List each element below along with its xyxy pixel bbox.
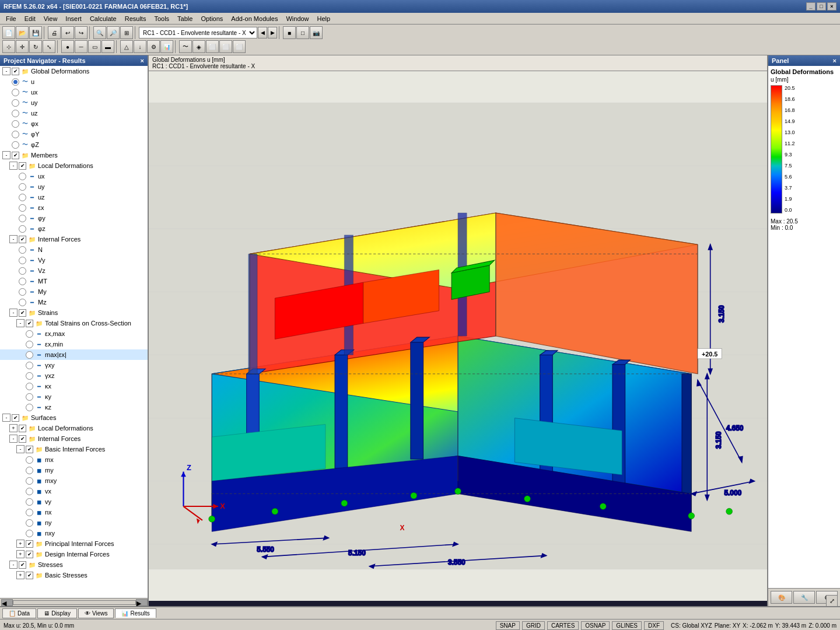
tree-s-kz[interactable]: ━ κz (0, 402, 148, 412)
tab-results[interactable]: 📊 Results (115, 608, 156, 618)
tree-s-my[interactable]: ◼ my (0, 465, 148, 475)
tb-isometric[interactable]: ◈ (192, 40, 205, 53)
menu-edit[interactable]: Edit (21, 14, 39, 23)
tree-surf-int-forces[interactable]: - ✔ 📁 Internal Forces (0, 433, 148, 444)
expand-total-strains[interactable]: - (16, 319, 24, 327)
tree-m-MT[interactable]: ━ MT (0, 276, 148, 286)
tree-m-ez[interactable]: ━ φz (0, 223, 148, 234)
tree-m-N[interactable]: ━ N (0, 244, 148, 255)
expand-basic-int-forces[interactable]: - (16, 445, 24, 453)
tree-strains[interactable]: - ✔ 📁 Strains (0, 307, 148, 318)
tree-members[interactable]: - ✔ 📁 Members (0, 150, 148, 160)
tb-render[interactable]: ■ (283, 26, 296, 39)
check-surf-local-def[interactable]: ✔ (19, 425, 26, 432)
tree-s-nxy[interactable]: ◼ nxy (0, 528, 148, 538)
tb-calc[interactable]: ⚙ (147, 40, 160, 53)
tb-select[interactable]: ⊹ (2, 40, 15, 53)
combo-next[interactable]: ▶ (268, 27, 277, 38)
status-cartes[interactable]: CARTES (547, 621, 579, 630)
expand-surf-local-def[interactable]: + (9, 424, 18, 432)
tb-print[interactable]: 🖨 (48, 26, 61, 39)
tb-new[interactable]: 📄 (2, 26, 15, 39)
tree-m-ex[interactable]: ━ εx (0, 202, 148, 213)
tb-node[interactable]: ● (61, 40, 74, 53)
check-basic-int-forces[interactable]: ✔ (26, 446, 33, 453)
radio-s-eabs[interactable] (26, 351, 33, 359)
radio-s-mx[interactable] (26, 456, 33, 464)
tree-principal-int[interactable]: + ✔ 📁 Principal Internal Forces (0, 538, 148, 549)
tree-s-yxz[interactable]: ━ γxz (0, 370, 148, 381)
tb-deform[interactable]: 〜 (179, 40, 192, 53)
tree-m-uz[interactable]: ━ uz (0, 192, 148, 202)
status-glines[interactable]: GLINES (612, 621, 642, 630)
tb-undo[interactable]: ↩ (61, 26, 74, 39)
radio-s-mxy[interactable] (26, 477, 33, 485)
check-basic-stresses[interactable]: ✔ (26, 572, 33, 579)
expand-int-forces-m[interactable]: - (9, 235, 18, 243)
tree-u[interactable]: 〜 u (0, 76, 148, 87)
panel-close-btn[interactable]: × (833, 57, 836, 64)
load-case-combo[interactable]: RC1 - CCD1 - Envolvente resultante - X (139, 27, 257, 38)
tree-s-vy2[interactable]: ◼ vy (0, 496, 148, 507)
radio-m-Vz[interactable] (19, 267, 26, 275)
check-members[interactable]: ✔ (12, 152, 19, 159)
tree-global-def[interactable]: - ✔ 📁 Global Deformations (0, 66, 148, 76)
radio-uz[interactable] (12, 110, 19, 117)
tree-basic-int-forces[interactable]: - ✔ 📁 Basic Internal Forces (0, 444, 148, 454)
menu-window[interactable]: Window (282, 14, 312, 23)
expand-local-def[interactable]: - (9, 162, 18, 170)
tb-support[interactable]: △ (120, 40, 133, 53)
tab-display[interactable]: 🖥 Display (37, 608, 77, 618)
tree-s-ny[interactable]: ◼ ny (0, 517, 148, 528)
menu-calculate[interactable]: Calculate (86, 14, 120, 23)
canvas-viewport[interactable]: 5.550 5.150 3.550 (149, 71, 767, 601)
expand-global-def[interactable]: - (2, 67, 10, 75)
combo-prev[interactable]: ◀ (258, 27, 267, 38)
expand-stresses[interactable]: - (9, 561, 18, 569)
tree-m-Vz[interactable]: ━ Vz (0, 265, 148, 276)
tb-zoom-out[interactable]: 🔎 (107, 26, 120, 39)
check-local-def[interactable]: ✔ (19, 162, 26, 170)
radio-s-kx[interactable] (26, 383, 33, 390)
tree-s-eabs[interactable]: ━ max|εx| (0, 349, 148, 360)
tb-save[interactable]: 💾 (29, 26, 42, 39)
tree-total-strains[interactable]: - ✔ 📁 Total Strains on Cross-Section (0, 318, 148, 328)
tb-scale[interactable]: ⤡ (43, 40, 55, 53)
tb-wire[interactable]: □ (296, 26, 309, 39)
menu-insert[interactable]: Insert (62, 14, 85, 23)
radio-s-kz[interactable] (26, 404, 33, 411)
nav-scrollbar-h[interactable]: ◀ ▶ (0, 598, 148, 606)
tree-m-My[interactable]: ━ My (0, 286, 148, 297)
tree-s-kx[interactable]: ━ κx (0, 381, 148, 391)
tb-beam[interactable]: ─ (75, 40, 88, 53)
tb-camera[interactable]: 📷 (310, 26, 323, 39)
expand-members[interactable]: - (2, 151, 10, 159)
navigator-close[interactable]: × (141, 57, 144, 64)
radio-phix[interactable] (12, 120, 19, 128)
expand-surf-int-forces[interactable]: - (9, 435, 18, 443)
radio-s-emax[interactable] (26, 330, 33, 338)
tree-s-ky[interactable]: ━ κy (0, 391, 148, 402)
tb-open[interactable]: 📂 (16, 26, 29, 39)
tree-local-def[interactable]: - ✔ 📁 Local Deformations (0, 160, 148, 171)
radio-m-N[interactable] (19, 246, 26, 254)
radio-m-ey[interactable] (19, 215, 26, 222)
status-grid[interactable]: GRID (522, 621, 545, 630)
radio-m-Vy[interactable] (19, 257, 26, 264)
tb-top[interactable]: ⬜ (233, 40, 246, 53)
radio-s-nx[interactable] (26, 509, 33, 516)
tree-s-emax[interactable]: ━ εx,max (0, 328, 148, 339)
tb-zoom-fit[interactable]: ⊞ (120, 26, 133, 39)
radio-s-vy2[interactable] (26, 498, 33, 506)
status-snap[interactable]: SNAP (496, 621, 520, 630)
tree-int-forces-m[interactable]: - ✔ 📁 Internal Forces (0, 234, 148, 244)
tb-result[interactable]: 📊 (160, 40, 173, 53)
tb-load[interactable]: ↓ (134, 40, 146, 53)
tb-redo[interactable]: ↪ (75, 26, 88, 39)
menu-options[interactable]: Options (197, 14, 226, 23)
menu-help[interactable]: Help (314, 14, 334, 23)
tree-phiy[interactable]: 〜 φY (0, 129, 148, 139)
tree-s-yxy[interactable]: ━ γxy (0, 360, 148, 370)
radio-phiy[interactable] (12, 131, 19, 138)
tree-s-emin[interactable]: ━ εx,min (0, 339, 148, 349)
